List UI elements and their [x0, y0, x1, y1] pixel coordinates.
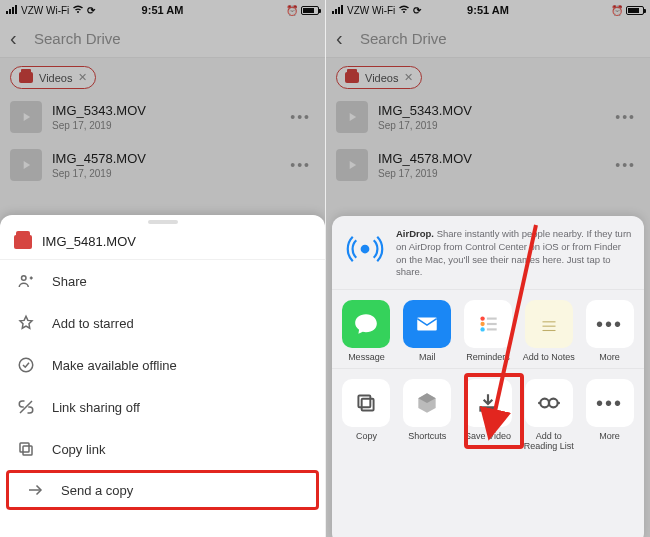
menu-link-sharing[interactable]: Link sharing off [0, 386, 325, 428]
svg-rect-3 [20, 443, 29, 452]
svg-point-20 [549, 399, 558, 408]
menu-label: Send a copy [61, 483, 133, 498]
svg-line-23 [492, 225, 536, 425]
menu-offline[interactable]: Make available offline [0, 344, 325, 386]
action-copy[interactable]: Copy [340, 379, 393, 451]
menu-label: Share [52, 274, 87, 289]
copy-icon [342, 379, 390, 427]
menu-label: Copy link [52, 442, 105, 457]
annotation-arrow [486, 225, 546, 435]
mail-icon [403, 300, 451, 348]
copy-icon [16, 440, 36, 458]
star-icon [16, 314, 36, 332]
svg-point-6 [480, 317, 484, 321]
share-actions-more[interactable]: ••• More [583, 379, 636, 451]
phone-right: VZW Wi-Fi ⟳ 9:51 AM ⏰ ‹ Search Drive Vid… [325, 0, 650, 537]
send-icon [25, 481, 45, 499]
svg-rect-16 [362, 399, 374, 411]
more-icon: ••• [586, 379, 634, 427]
share-mail[interactable]: Mail [401, 300, 454, 362]
share-label: More [583, 352, 636, 362]
action-shortcuts[interactable]: Shortcuts [401, 379, 454, 451]
film-icon [14, 235, 32, 249]
phone-left: VZW Wi-Fi ⟳ 9:51 AM ⏰ ‹ Search Drive Vid… [0, 0, 325, 537]
bottom-sheet-file-actions: IMG_5481.MOV Share Add to starred Make a… [0, 215, 325, 537]
share-message[interactable]: Message [340, 300, 393, 362]
more-icon: ••• [586, 300, 634, 348]
shortcuts-icon [403, 379, 451, 427]
menu-share[interactable]: Share [0, 260, 325, 302]
svg-point-4 [361, 245, 370, 254]
share-label: Mail [401, 352, 454, 362]
svg-rect-5 [417, 318, 437, 331]
svg-point-0 [22, 276, 27, 281]
svg-point-7 [480, 322, 484, 326]
svg-rect-17 [359, 396, 371, 408]
sheet-header: IMG_5481.MOV [0, 224, 325, 260]
svg-point-1 [19, 358, 33, 372]
menu-label: Make available offline [52, 358, 177, 373]
menu-label: Add to starred [52, 316, 134, 331]
share-label: Message [340, 352, 393, 362]
menu-label: Link sharing off [52, 400, 140, 415]
action-label: More [583, 431, 636, 441]
action-label: Shortcuts [401, 431, 454, 441]
share-apps-more[interactable]: ••• More [583, 300, 636, 362]
offline-icon [16, 356, 36, 374]
sheet-title: IMG_5481.MOV [42, 234, 136, 249]
link-off-icon [16, 398, 36, 416]
airdrop-icon [344, 228, 386, 270]
menu-copy-link[interactable]: Copy link [0, 428, 325, 470]
menu-send-copy[interactable]: Send a copy [6, 470, 319, 510]
svg-rect-2 [23, 446, 32, 455]
action-label: Copy [340, 431, 393, 441]
share-person-icon [16, 272, 36, 290]
menu-star[interactable]: Add to starred [0, 302, 325, 344]
svg-point-8 [480, 328, 484, 332]
message-icon [342, 300, 390, 348]
